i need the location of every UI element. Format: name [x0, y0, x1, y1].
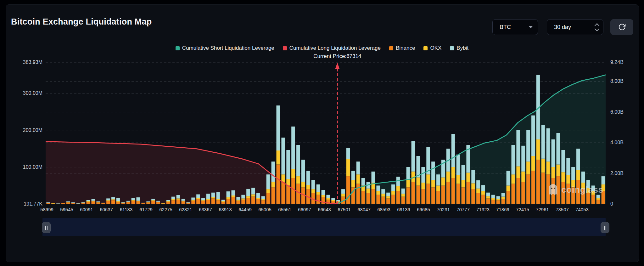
bar-segment-okx[interactable]	[456, 175, 460, 184]
bar-segment-bybit[interactable]	[206, 194, 210, 199]
bar-segment-bybit[interactable]	[81, 202, 85, 203]
bar-segment-okx[interactable]	[96, 202, 100, 202]
bar-segment-binance[interactable]	[586, 193, 590, 204]
bar-segment-binance[interactable]	[316, 195, 320, 204]
bar-segment-okx[interactable]	[296, 176, 300, 184]
bar-segment-binance[interactable]	[81, 203, 85, 204]
bar-segment-okx[interactable]	[291, 169, 295, 178]
bar-segment-binance[interactable]	[236, 201, 240, 204]
bar-segment-binance[interactable]	[216, 200, 220, 204]
bar-segment-bybit[interactable]	[141, 203, 145, 203]
bar-segment-bybit[interactable]	[496, 196, 500, 199]
bar-segment-bybit[interactable]	[322, 190, 325, 195]
bar-segment-okx[interactable]	[561, 172, 565, 182]
bar-segment-binance[interactable]	[176, 200, 180, 204]
bar-segment-okx[interactable]	[246, 196, 250, 198]
bar-segment-okx[interactable]	[191, 200, 195, 201]
bar-segment-bybit[interactable]	[171, 197, 175, 199]
bar-segment-binance[interactable]	[266, 193, 270, 204]
bar-segment-bybit[interactable]	[491, 195, 495, 198]
bar-segment-binance[interactable]	[406, 187, 410, 204]
liquidation-chart-canvas[interactable]	[46, 62, 606, 204]
bar-segment-bybit[interactable]	[182, 199, 185, 201]
bar-segment-bybit[interactable]	[331, 198, 335, 200]
bar-segment-bybit[interactable]	[501, 193, 505, 197]
bar-segment-binance[interactable]	[196, 199, 200, 204]
bar-segment-okx[interactable]	[331, 200, 335, 201]
bar-segment-binance[interactable]	[66, 202, 70, 204]
bar-segment-okx[interactable]	[546, 161, 550, 174]
bar-segment-bybit[interactable]	[201, 198, 205, 200]
slider-right-handle[interactable]	[601, 222, 609, 233]
bar-segment-binance[interactable]	[441, 185, 445, 204]
bar-segment-okx[interactable]	[401, 194, 405, 196]
bar-segment-okx[interactable]	[446, 172, 450, 182]
bar-segment-okx[interactable]	[406, 180, 410, 187]
bar-segment-binance[interactable]	[401, 197, 405, 204]
bar-segment-binance[interactable]	[116, 202, 120, 204]
bar-segment-bybit[interactable]	[311, 180, 315, 189]
bar-segment-binance[interactable]	[561, 182, 565, 204]
bar-segment-binance[interactable]	[381, 197, 385, 204]
bar-segment-binance[interactable]	[171, 200, 175, 204]
bar-segment-binance[interactable]	[546, 174, 550, 204]
bar-segment-bybit[interactable]	[227, 191, 230, 197]
bar-segment-binance[interactable]	[166, 202, 170, 204]
bar-segment-binance[interactable]	[486, 198, 490, 204]
bar-segment-bybit[interactable]	[71, 202, 75, 203]
bar-segment-okx[interactable]	[501, 197, 505, 199]
bar-segment-bybit[interactable]	[241, 195, 245, 199]
legend-item-binance[interactable]: Binance	[389, 45, 415, 51]
bar-segment-bybit[interactable]	[272, 161, 275, 182]
legend-item-bybit[interactable]: Bybit	[450, 45, 468, 51]
bar-segment-okx[interactable]	[346, 159, 350, 176]
bar-segment-okx[interactable]	[182, 201, 185, 201]
bar-segment-binance[interactable]	[71, 203, 75, 204]
bar-segment-okx[interactable]	[381, 194, 385, 196]
bar-segment-binance[interactable]	[92, 201, 95, 204]
bar-segment-okx[interactable]	[591, 191, 595, 195]
bar-segment-binance[interactable]	[496, 200, 500, 204]
bar-segment-bybit[interactable]	[111, 197, 115, 199]
bar-segment-okx[interactable]	[221, 201, 225, 202]
bar-segment-okx[interactable]	[261, 199, 265, 201]
bar-segment-bybit[interactable]	[566, 158, 570, 175]
bar-segment-bybit[interactable]	[51, 203, 55, 203]
bar-segment-binance[interactable]	[201, 201, 205, 204]
bar-segment-okx[interactable]	[466, 173, 470, 182]
bar-segment-bybit[interactable]	[66, 201, 70, 202]
bar-segment-binance[interactable]	[391, 195, 395, 204]
bar-segment-binance[interactable]	[191, 201, 195, 204]
refresh-button[interactable]	[610, 19, 633, 35]
bar-segment-bybit[interactable]	[372, 172, 375, 183]
bar-segment-bybit[interactable]	[507, 171, 510, 186]
bar-segment-bybit[interactable]	[581, 172, 585, 183]
bar-segment-bybit[interactable]	[541, 125, 545, 159]
bar-segment-bybit[interactable]	[462, 165, 465, 180]
bar-segment-okx[interactable]	[602, 184, 605, 191]
bar-segment-bybit[interactable]	[356, 161, 360, 174]
bar-segment-okx[interactable]	[232, 195, 235, 197]
bar-segment-bybit[interactable]	[132, 198, 135, 200]
chart-plot-area[interactable]	[46, 62, 606, 204]
bar-segment-bybit[interactable]	[557, 133, 560, 165]
bar-segment-bybit[interactable]	[586, 180, 590, 188]
bar-segment-okx[interactable]	[566, 175, 570, 184]
bar-segment-okx[interactable]	[126, 202, 130, 202]
bar-segment-binance[interactable]	[541, 173, 545, 204]
bar-segment-binance[interactable]	[61, 203, 65, 204]
bar-segment-binance[interactable]	[182, 201, 185, 204]
bar-segment-bybit[interactable]	[571, 167, 575, 180]
bar-segment-bybit[interactable]	[316, 184, 320, 192]
bar-segment-okx[interactable]	[81, 203, 85, 203]
bar-segment-okx[interactable]	[46, 203, 50, 203]
bar-segment-bybit[interactable]	[361, 178, 365, 185]
bar-segment-binance[interactable]	[361, 191, 365, 204]
bar-segment-binance[interactable]	[446, 182, 450, 204]
bar-segment-okx[interactable]	[571, 180, 575, 187]
bar-segment-bybit[interactable]	[161, 203, 165, 203]
bar-segment-binance[interactable]	[221, 202, 225, 204]
bar-segment-binance[interactable]	[481, 195, 485, 204]
bar-segment-binance[interactable]	[121, 203, 125, 204]
bar-segment-okx[interactable]	[507, 185, 510, 191]
